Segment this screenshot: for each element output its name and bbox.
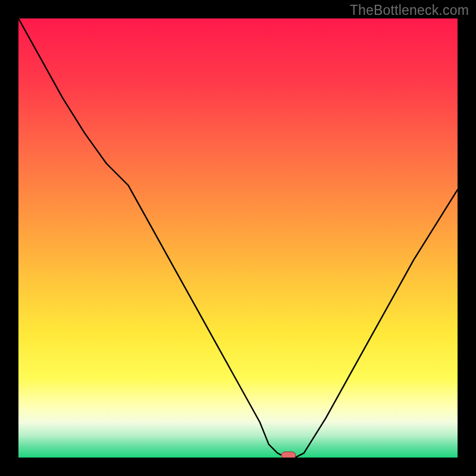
chart-frame: TheBottleneck.com (0, 0, 476, 476)
optimal-point-marker (281, 452, 296, 458)
plot-area (18, 18, 458, 458)
gradient-background (18, 18, 458, 458)
chart-svg (18, 18, 458, 458)
watermark-text: TheBottleneck.com (350, 2, 469, 18)
